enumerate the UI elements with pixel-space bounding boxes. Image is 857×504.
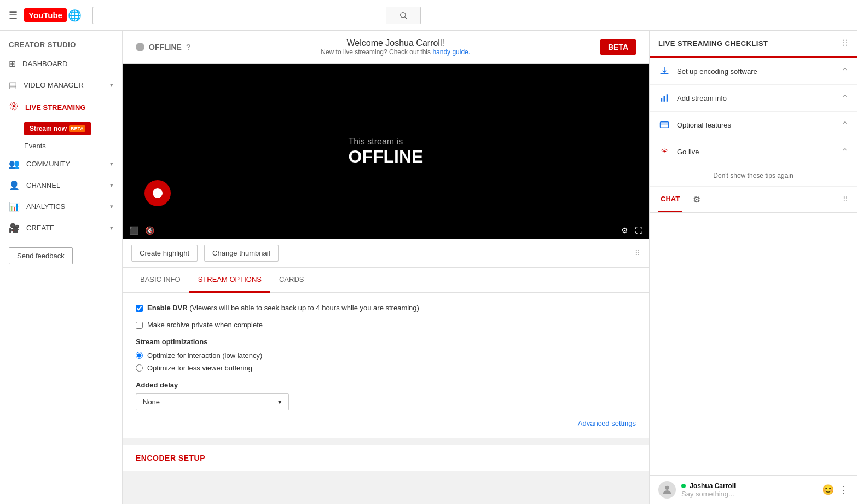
offline-big-label: OFFLINE [349, 147, 424, 167]
help-icon[interactable]: ? [186, 43, 191, 51]
globe-icon: 🌐 [68, 9, 82, 22]
offline-text: This stream is OFFLINE [349, 137, 424, 167]
sidebar-item-create[interactable]: 🎥 CREATE ▾ [0, 217, 122, 239]
advanced-settings-link[interactable]: Advanced settings [136, 419, 636, 427]
sidebar-item-label: CREATE [26, 224, 55, 232]
radio-interaction-label[interactable]: Optimize for interaction (low latency) [136, 351, 636, 360]
svg-rect-6 [664, 96, 665, 102]
checklist-title: LIVE STREAMING CHECKLIST [658, 39, 768, 48]
chat-placeholder[interactable]: Say something... [681, 490, 817, 498]
sidebar-item-dashboard[interactable]: ⊞ DASHBOARD [0, 53, 122, 74]
radio-interaction[interactable] [136, 352, 143, 359]
online-indicator [681, 484, 686, 488]
sidebar-item-label: LIVE STREAMING [25, 103, 86, 112]
logo-tube: YouTube [24, 8, 67, 22]
video-controls-right: ⚙ ⛶ [621, 226, 642, 235]
settings-icon[interactable]: ⚙ [621, 226, 628, 235]
radio-buffering-label[interactable]: Optimize for less viewer buffering [136, 364, 636, 372]
enable-dvr-text: Enable DVR [147, 304, 188, 312]
checklist-item-encoding[interactable]: Set up encoding software ⌃ [650, 58, 857, 85]
archive-private-checkbox[interactable] [136, 322, 143, 329]
checklist-item-go-live[interactable]: Go live ⌃ [650, 138, 857, 165]
download-icon [658, 65, 670, 77]
checklist-item-optional[interactable]: Optional features ⌃ [650, 112, 857, 138]
chat-input-col: Joshua Carroll Say something... [681, 482, 817, 498]
chevron-down-icon: ▾ [278, 398, 282, 406]
content-header: OFFLINE ? Welcome Joshua Carroll! New to… [123, 31, 649, 64]
enable-dvr-checkbox[interactable] [136, 305, 143, 312]
chevron-down-icon: ▾ [110, 224, 113, 231]
stop-button[interactable]: ⬛ [129, 226, 138, 235]
sidebar-item-label: COMMUNITY [26, 160, 70, 168]
record-button[interactable] [144, 180, 171, 206]
radio-interaction-group: Optimize for interaction (low latency) O… [136, 351, 636, 372]
stream-now-button[interactable]: Stream now BETA [24, 122, 91, 135]
emoji-icon[interactable]: 😊 [822, 484, 834, 496]
create-highlight-button[interactable]: Create highlight [131, 245, 198, 262]
delay-value: None [143, 398, 160, 406]
radio-buffering[interactable] [136, 364, 143, 372]
wifi-icon [658, 146, 670, 158]
expand-icon: ⌃ [841, 147, 848, 157]
tips-link[interactable]: Don't show these tips again [650, 165, 857, 187]
chat-settings-icon[interactable]: ⚙ [691, 187, 703, 212]
svg-rect-5 [661, 98, 662, 102]
youtube-logo: YouTube 🌐 [24, 8, 82, 22]
mute-button[interactable]: 🔇 [145, 226, 154, 235]
expand-icon: ⌃ [841, 93, 848, 103]
enable-dvr-label[interactable]: Enable DVR (Viewers will be able to seek… [136, 304, 636, 312]
analytics-icon: 📊 [9, 201, 20, 212]
beta-tag: BETA [69, 125, 85, 132]
menu-icon[interactable]: ☰ [9, 9, 18, 21]
svg-rect-8 [661, 122, 669, 128]
chevron-down-icon: ▾ [110, 82, 113, 89]
sidebar-item-events[interactable]: Events [0, 138, 122, 153]
svg-point-0 [401, 12, 406, 17]
chevron-down-icon: ▾ [110, 160, 113, 167]
checklist-header: LIVE STREAMING CHECKLIST ⠿ [650, 31, 857, 58]
sidebar-item-label: VIDEO MANAGER [24, 81, 84, 89]
fullscreen-icon[interactable]: ⛶ [635, 226, 642, 235]
optimizations-title: Stream optimizations [136, 338, 636, 346]
tab-basic-info[interactable]: BASIC INFO [131, 268, 189, 293]
send-feedback-button[interactable]: Send feedback [9, 247, 73, 264]
svg-line-1 [405, 17, 407, 19]
right-panel: LIVE STREAMING CHECKLIST ⠿ Set up encodi… [649, 31, 857, 504]
main-layout: CREATOR STUDIO ⊞ DASHBOARD ▤ VIDEO MANAG… [0, 31, 857, 504]
sidebar-item-community[interactable]: 👥 COMMUNITY ▾ [0, 153, 122, 175]
create-icon: 🎥 [9, 223, 20, 233]
optional-label: Optional features [677, 121, 835, 129]
sidebar-item-video-manager[interactable]: ▤ VIDEO MANAGER ▾ [0, 74, 122, 96]
encoder-setup-section: ENCODER SETUP [123, 445, 649, 471]
svg-rect-7 [667, 94, 668, 102]
delay-dropdown[interactable]: None ▾ [136, 393, 289, 410]
record-circle[interactable] [144, 180, 171, 206]
sidebar: CREATOR STUDIO ⊞ DASHBOARD ▤ VIDEO MANAG… [0, 31, 123, 504]
handy-guide-link[interactable]: handy guide. [432, 48, 470, 56]
content-area: OFFLINE ? Welcome Joshua Carroll! New to… [123, 31, 649, 504]
sidebar-item-analytics[interactable]: 📊 ANALYTICS ▾ [0, 196, 122, 217]
chat-header: CHAT ⚙ ⠿ [650, 187, 857, 213]
chat-user-name: Joshua Carroll [681, 482, 817, 490]
delay-title: Added delay [136, 381, 636, 389]
beta-badge: BETA [600, 39, 636, 55]
sidebar-item-live-streaming[interactable]: LIVE STREAMING [0, 96, 122, 119]
go-live-label: Go live [677, 148, 835, 156]
sidebar-item-label: CHANNEL [26, 181, 60, 189]
tab-stream-options[interactable]: STREAM OPTIONS [189, 268, 270, 293]
stream-is-label: This stream is [349, 137, 424, 147]
search-input[interactable] [92, 7, 386, 24]
community-icon: 👥 [9, 159, 20, 169]
change-thumbnail-button[interactable]: Change thumbnail [204, 245, 279, 262]
video-manager-icon: ▤ [9, 80, 17, 90]
sidebar-item-channel[interactable]: 👤 CHANNEL ▾ [0, 175, 122, 196]
search-button[interactable] [386, 7, 421, 24]
checklist-item-stream-info[interactable]: Add stream info ⌃ [650, 85, 857, 112]
chat-tab[interactable]: CHAT [658, 187, 682, 212]
more-options-icon[interactable]: ⋮ [838, 484, 848, 496]
tab-cards[interactable]: CARDS [270, 268, 313, 293]
search-bar [92, 7, 421, 24]
archive-private-label[interactable]: Make archive private when complete [136, 321, 636, 329]
encoder-title: ENCODER SETUP [136, 454, 636, 462]
stream-now-item[interactable]: Stream now BETA [0, 119, 122, 138]
